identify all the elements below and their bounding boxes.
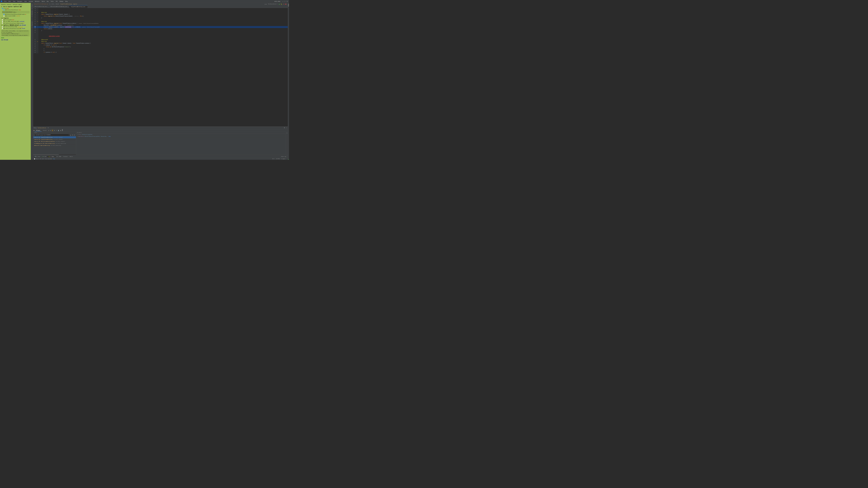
stop-button[interactable]: ⏸ (283, 3, 285, 5)
menu-build[interactable]: Build (41, 0, 46, 3)
right-scrollbar[interactable] (288, 3, 289, 160)
checkbox-handler-wait[interactable] (3, 16, 4, 17)
debug-content: Frames ✓ *main*@1 in group "main": RUNNI… (33, 131, 288, 155)
code-line-81: 81 public ChannelFuture register(Channel… (33, 13, 288, 15)
thread-running-icon: ✓ (34, 134, 34, 135)
thread-select[interactable]: *main*@1 in group "main": RUNNING (35, 134, 70, 136)
menu-tools[interactable]: Tools (50, 0, 55, 3)
tab-debugger[interactable]: Debugger (35, 129, 41, 131)
bc-io: io (49, 3, 51, 4)
run-button[interactable]: ▶ (278, 3, 280, 5)
menu-window[interactable]: Window (59, 0, 64, 3)
thread-selector[interactable]: ✓ *main*@1 in group "main": RUNNING ▲ ▼ … (33, 133, 76, 136)
debug-minimize-btn[interactable]: ─ (285, 127, 287, 129)
menu-file[interactable]: File (3, 0, 7, 3)
tab-single-thread[interactable]: C SingleThreadEventLoop.java ✕ (69, 5, 88, 8)
step-checkbox[interactable] (34, 158, 35, 159)
back-button[interactable]: ◂ (264, 3, 266, 5)
bottom-toolbar: 🔍 3: Find ▶ 4: Run 🐛 5: Debug ≡ 6: TODO … (33, 155, 288, 158)
menu-view[interactable]: View (12, 0, 17, 3)
code-editor[interactable]: 78 79 80 ▶ @Override (33, 8, 288, 126)
close-tab-single[interactable]: ✕ (86, 6, 87, 7)
favorites-tab[interactable]: 2: Favorites (31, 20, 33, 28)
force-step-into-btn[interactable]: ⬇ (52, 129, 53, 131)
run-to-cursor-btn[interactable]: ↷ (55, 129, 57, 131)
add-variables-panel: + (286, 131, 288, 155)
checkbox-bind-channel[interactable] (2, 26, 3, 27)
debug-toolbar: Debug: TestSourceServer ✕ ⚙ ─ (33, 127, 288, 129)
minimize-button[interactable]: ─ (282, 1, 284, 2)
project-tab[interactable]: 1: Project (31, 3, 33, 10)
evaluate-btn[interactable]: 🔬 (57, 129, 60, 131)
checkbox-trigger-active[interactable] (2, 28, 3, 29)
checkbox-exec-handler[interactable] (2, 23, 3, 24)
bottom-tab-build[interactable]: Build (69, 156, 74, 157)
code-line-95: 95 if (channel == null) { (33, 44, 288, 46)
checkbox-register-selector[interactable] (2, 21, 3, 22)
var-this[interactable]: ▶ this = {NioEventLoop@1707} (76, 133, 286, 135)
step-into-btn[interactable]: ⬇ (50, 129, 52, 131)
frame-item-0[interactable]: register:87, SingleThreadEventLoop (io.n… (33, 136, 76, 138)
bottom-tab-find[interactable]: 🔍 3: Find (34, 156, 41, 157)
menu-edit[interactable]: Edit (7, 0, 12, 3)
selector-line: Selector selector = Selector.open(); (1, 4, 30, 5)
view-promise-link[interactable]: View (109, 136, 111, 137)
checkbox-init-main[interactable] (2, 8, 3, 9)
code-line-90: 90 } (33, 30, 288, 32)
frame-item-1[interactable]: register:81, SingleThreadEventLoop (io.n… (33, 138, 76, 140)
menu-navigate[interactable]: Navigate (17, 0, 23, 3)
breadcrumb-bar: netty-all-4.1.39.Final.jar › io › netty … (33, 3, 288, 5)
variables-view-btn[interactable]: ⊞ (60, 129, 61, 131)
debug-run-button[interactable]: 🐛 (280, 3, 283, 5)
tab-abstract-bootstrap[interactable]: C AbstractBootstrap.java ✕ (33, 5, 49, 8)
bc-netty: netty (52, 3, 54, 4)
maximize-button[interactable]: □ (284, 1, 286, 2)
frame-item-4[interactable]: doBind:271, AbstractBootstrap (io.netty.… (33, 145, 76, 147)
menu-run[interactable]: Run (46, 0, 50, 3)
menu-code[interactable]: Code (23, 0, 28, 3)
frame-item-2[interactable]: register:86, MultithreadEventLoopGroup (… (33, 140, 76, 143)
debug-settings-btn[interactable]: ⚙ (283, 127, 285, 129)
thread-prev-btn[interactable]: ▲ (70, 134, 72, 136)
bottom-tab-eventlog[interactable]: Event Log (280, 155, 287, 158)
menu-vcs[interactable]: VCS (55, 0, 59, 3)
menu-analyze[interactable]: Analyze (28, 0, 34, 3)
threads-btn[interactable]: ≣ (61, 129, 63, 131)
section1-sub3: 初始化 handler 等待调用（未调用） (3, 16, 30, 17)
bottom-tab-run[interactable]: ▶ 4: Run (41, 156, 48, 157)
menu-help[interactable]: Help (64, 0, 69, 3)
indent-info: 4 spaces (281, 158, 285, 159)
code-line-97: 97 } (33, 48, 288, 50)
frames-panel: Frames ✓ *main*@1 in group "main": RUNNI… (33, 131, 76, 155)
checkbox-create-channel[interactable] (3, 9, 4, 10)
step-out-btn[interactable]: ⬆ (54, 129, 55, 131)
structure-tab[interactable]: 2: Structure (31, 10, 33, 18)
add-variable-btn[interactable]: + (286, 132, 287, 133)
close-tab-multithread[interactable]: ✕ (68, 6, 68, 7)
tab-console[interactable]: Console (41, 129, 48, 131)
section12-item1: 启动 nio boss 线程 main (2, 19, 30, 21)
forward-button[interactable]: ▸ (266, 3, 267, 5)
bottom-tab-debug[interactable]: 🐛 5: Debug (48, 156, 55, 157)
frame-item-3[interactable]: initAndRegister:322, AbstractBootstrap (… (33, 143, 76, 145)
debug-close-session-btn[interactable]: ✕ (47, 127, 49, 129)
kill-button[interactable]: ⏹ (285, 3, 287, 5)
debug-session-name[interactable]: TestSourceServer (37, 127, 46, 128)
code-line-79: 79 (33, 10, 288, 11)
server-socket-code: ServerSocketChannel ssc = ServerSocketCh… (2, 11, 30, 13)
project-sidebar: 1: Project 2: Structure 2: Favorites (31, 3, 33, 160)
thread-filter-btn[interactable]: ⊘ (73, 134, 75, 136)
checkbox-start-boss[interactable] (2, 19, 3, 20)
menu-refactor[interactable]: Refactor (34, 0, 41, 3)
thread-next-btn[interactable]: ▼ (72, 134, 74, 136)
checkbox-add-handler[interactable] (3, 14, 4, 15)
debug-play-btn[interactable]: ▶ (33, 129, 35, 131)
bottom-tab-terminal[interactable]: Terminal (62, 156, 69, 157)
close-button[interactable]: ✕ (286, 0, 288, 2)
class-selector[interactable]: TestSourceServer ▾ (268, 3, 278, 4)
bottom-tab-todo[interactable]: ≡ 6: TODO (55, 156, 62, 157)
close-tab-abstract[interactable]: ✕ (48, 6, 48, 7)
step-over-btn[interactable]: ⟳ (48, 129, 50, 131)
tab-multithread-group[interactable]: C MultithreadEventLoopGroup.java ✕ (49, 5, 69, 8)
var-promise[interactable]: ▶ ◎ promise = {DefaultChannelPromise@172… (76, 135, 286, 138)
